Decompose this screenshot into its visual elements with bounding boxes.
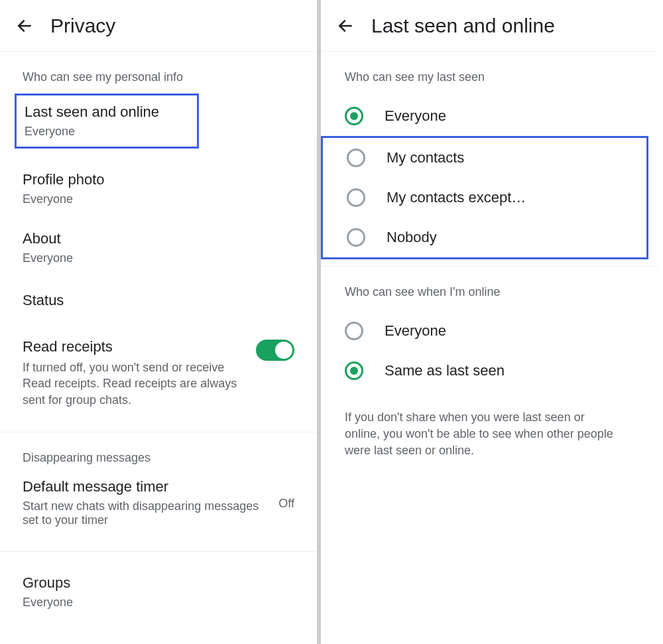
item-title: About bbox=[23, 230, 294, 247]
option-label: My contacts except… bbox=[387, 189, 526, 206]
item-groups[interactable]: Groups Everyone bbox=[0, 565, 317, 619]
item-description: If turned off, you won't send or receive… bbox=[23, 359, 245, 408]
last-seen-appbar: Last seen and online bbox=[321, 0, 659, 52]
radio-icon bbox=[347, 228, 365, 247]
item-read-receipts[interactable]: Read receipts If turned off, you won't s… bbox=[0, 326, 317, 420]
last-seen-title: Last seen and online bbox=[371, 15, 555, 37]
info-text: If you don't share when you were last se… bbox=[321, 397, 633, 460]
item-title: Read receipts bbox=[23, 338, 245, 355]
item-title: Last seen and online bbox=[25, 103, 189, 121]
last-seen-options: Everyone My contacts My contacts except…… bbox=[321, 94, 659, 266]
option-label: Nobody bbox=[387, 229, 437, 246]
option-everyone[interactable]: Everyone bbox=[321, 96, 659, 136]
toggle-knob bbox=[275, 342, 292, 359]
privacy-pane: Privacy Who can see my personal info Las… bbox=[0, 0, 321, 644]
item-default-message-timer[interactable]: Default message timer Start new chats wi… bbox=[0, 474, 317, 539]
item-value: Off bbox=[278, 497, 294, 511]
item-title: Default message timer bbox=[23, 478, 268, 495]
item-value: Everyone bbox=[23, 251, 294, 265]
item-profile-photo[interactable]: Profile photo Everyone bbox=[0, 162, 317, 216]
option-label: Everyone bbox=[385, 322, 446, 340]
option-online-everyone[interactable]: Everyone bbox=[321, 311, 659, 351]
privacy-appbar: Privacy bbox=[0, 0, 317, 52]
item-last-seen-online[interactable]: Last seen and online Everyone bbox=[15, 94, 199, 149]
option-my-contacts-except[interactable]: My contacts except… bbox=[323, 178, 646, 218]
option-online-same-as-last-seen[interactable]: Same as last seen bbox=[321, 351, 659, 391]
read-receipts-toggle[interactable] bbox=[256, 340, 294, 361]
item-title: Status bbox=[23, 289, 294, 312]
item-title: Groups bbox=[23, 574, 294, 592]
radio-icon bbox=[345, 322, 363, 340]
last-seen-pane: Last seen and online Who can see my last… bbox=[321, 0, 659, 644]
option-nobody[interactable]: Nobody bbox=[323, 218, 646, 257]
item-value: Everyone bbox=[25, 125, 189, 139]
item-description: Start new chats with disappearing messag… bbox=[23, 499, 261, 527]
option-label: Same as last seen bbox=[385, 362, 505, 379]
item-status[interactable]: Status bbox=[0, 280, 317, 321]
item-about[interactable]: About Everyone bbox=[0, 221, 317, 275]
item-value: Everyone bbox=[23, 192, 294, 206]
radio-icon bbox=[345, 361, 363, 380]
option-my-contacts[interactable]: My contacts bbox=[323, 138, 646, 178]
options-highlight: My contacts My contacts except… Nobody bbox=[321, 136, 648, 259]
online-options: Everyone Same as last seen bbox=[321, 308, 659, 397]
radio-icon bbox=[347, 149, 365, 167]
radio-icon bbox=[345, 107, 363, 125]
back-icon[interactable] bbox=[16, 17, 33, 34]
section-disappearing: Disappearing messages bbox=[0, 432, 317, 474]
section-personal-info: Who can see my personal info bbox=[0, 52, 317, 94]
option-label: My contacts bbox=[387, 149, 464, 166]
option-label: Everyone bbox=[385, 107, 446, 125]
app-container: Privacy Who can see my personal info Las… bbox=[0, 0, 663, 644]
section-who-online: Who can see when I'm online bbox=[321, 267, 659, 308]
item-value: Everyone bbox=[23, 596, 294, 610]
section-who-last-seen: Who can see my last seen bbox=[321, 52, 659, 94]
radio-icon bbox=[347, 188, 365, 207]
item-title: Profile photo bbox=[23, 171, 294, 188]
privacy-title: Privacy bbox=[50, 15, 115, 37]
back-icon[interactable] bbox=[337, 17, 354, 34]
